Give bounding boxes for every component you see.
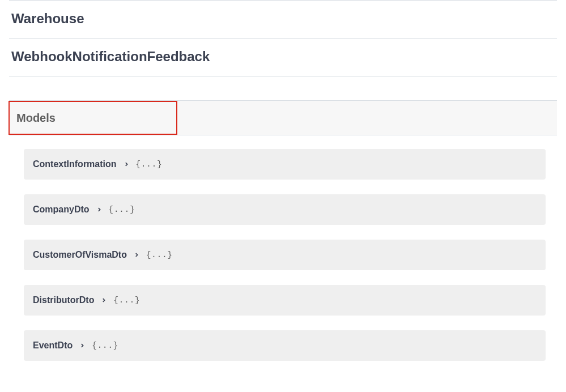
models-list: ContextInformation {...} CompanyDto {...… xyxy=(9,135,557,380)
collapsed-placeholder: {...} xyxy=(92,341,118,350)
models-header-label: Models xyxy=(16,112,56,125)
collapsed-placeholder: {...} xyxy=(136,160,163,169)
model-item-companydto[interactable]: CompanyDto {...} xyxy=(24,194,546,225)
model-item-contextinformation[interactable]: ContextInformation {...} xyxy=(24,149,546,180)
chevron-right-icon xyxy=(133,251,141,259)
model-item-distributordto[interactable]: DistributorDto {...} xyxy=(24,285,546,316)
tag-title: Warehouse xyxy=(11,11,555,27)
collapsed-placeholder: {...} xyxy=(109,205,135,214)
model-item-customerofvismadto[interactable]: CustomerOfVismaDto {...} xyxy=(24,240,546,270)
chevron-right-icon xyxy=(122,160,130,168)
tag-section-warehouse[interactable]: Warehouse xyxy=(9,0,557,39)
model-name: CompanyDto xyxy=(33,204,90,215)
chevron-right-icon xyxy=(95,206,103,214)
collapsed-placeholder: {...} xyxy=(146,250,173,259)
models-header-row: Models xyxy=(9,101,557,135)
tag-title: WebhookNotificationFeedback xyxy=(11,49,555,65)
chevron-right-icon xyxy=(78,342,86,350)
api-doc-container: Warehouse WebhookNotificationFeedback Mo… xyxy=(0,0,566,380)
model-name: EventDto xyxy=(33,340,73,351)
model-name: CustomerOfVismaDto xyxy=(33,250,127,260)
model-name: DistributorDto xyxy=(33,295,94,305)
models-section: Models ContextInformation {...} CompanyD… xyxy=(9,100,557,380)
tag-section-webhooknotificationfeedback[interactable]: WebhookNotificationFeedback xyxy=(9,39,557,76)
chevron-right-icon xyxy=(100,296,108,304)
models-header-spacer xyxy=(178,101,557,135)
models-header[interactable]: Models xyxy=(8,101,177,135)
model-item-eventdto[interactable]: EventDto {...} xyxy=(24,330,546,361)
model-name: ContextInformation xyxy=(33,159,117,169)
collapsed-placeholder: {...} xyxy=(113,296,140,305)
